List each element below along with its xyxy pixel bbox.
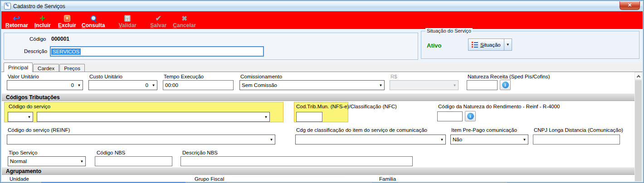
codigo-nbs-label: Código NBS (97, 150, 125, 155)
check-icon: ✔ (156, 14, 161, 23)
chevron-down-icon: ▼ (268, 138, 275, 142)
chevron-down-icon[interactable]: ▼ (504, 39, 512, 50)
status-badge: Ativo (427, 42, 442, 49)
scrollbar-thumb[interactable] (635, 80, 642, 181)
tab-principal[interactable]: Principal (4, 63, 33, 72)
unidade-label: Unidade (10, 176, 29, 182)
tipo-servico-combo[interactable]: Normal ▼ (8, 156, 86, 166)
chevron-down-icon: ▼ (451, 83, 458, 87)
chevron-down-icon: ▼ (150, 83, 157, 87)
chevron-down-icon: ▼ (263, 115, 269, 119)
situacao-button[interactable]: Situação ▼ (468, 39, 512, 51)
natureza-receita-label: Natureza Receita (Sped Pis/Cofins) (468, 74, 550, 79)
chevron-down-icon: ▼ (76, 83, 83, 87)
info-button[interactable]: i (500, 80, 511, 90)
situacao-group-title: Situação do Serviço (425, 28, 473, 34)
codigo-servico-code-combo[interactable]: ▼ (8, 112, 33, 122)
cdg-classificacao-combo[interactable]: ▼ (295, 135, 446, 144)
chevron-down-icon: ▼ (377, 83, 384, 87)
codigo-label: Código (29, 36, 46, 42)
section-codigos-tributacoes: Códigos Tributações (2, 93, 642, 101)
item-prepago-label: Item Pre-Pago comunicação (451, 127, 517, 133)
tipo-servico-label: Tipo Serviço (9, 150, 38, 155)
cnpj-longa-distancia-label: CNPJ Longa Distancia (Comunicação) (534, 127, 623, 133)
plus-icon: + (40, 14, 46, 23)
info-button[interactable]: i (465, 111, 476, 121)
item-prepago-combo[interactable]: Não ▼ (450, 135, 528, 144)
codigo-servico-reinf-combo[interactable]: ▼ (7, 135, 275, 144)
cdg-classificacao-label: Cdg de classificação do item do serviço … (296, 127, 427, 133)
descricao-label: Descrição (24, 48, 47, 54)
cnpj-longa-distancia-input[interactable] (533, 135, 620, 144)
info-icon: i (467, 113, 474, 120)
descricao-input[interactable]: SERVICOS (50, 46, 264, 57)
moeda-combo: ▼ (390, 80, 459, 90)
validar-button: Validar (115, 12, 140, 29)
cod-trib-mun-input[interactable] (296, 112, 322, 122)
incluir-button[interactable]: + Incluir (30, 12, 55, 29)
descricao-nbs-label: Descrição NBS (182, 150, 218, 155)
undo-icon: ↩ (13, 14, 20, 23)
tempo-execucao-label: Tempo Execução (164, 74, 204, 79)
main-toolbar: ↩ Retornar + Incluir ✕ Excluir Consulta … (1, 11, 643, 29)
tab-cardex[interactable]: Cardex (33, 64, 59, 72)
descricao-nbs-input[interactable] (181, 156, 413, 166)
principal-tab-page: Valor Unitário 0 ▼ Custo Unitário 0 ▼ Te… (1, 72, 643, 182)
codigo-nbs-input[interactable] (95, 156, 172, 166)
chevron-down-icon: ▼ (439, 138, 445, 142)
codigo-natureza-rendimento-label: Código da Natureza do Rendimento - Reinf… (438, 104, 560, 109)
app-icon: ✎ (4, 3, 11, 10)
retornar-button[interactable]: ↩ Retornar (3, 12, 30, 29)
valor-unitario-label: Valor Unitário (8, 74, 39, 79)
familia-label: Familia (379, 176, 396, 182)
info-icon: i (502, 82, 509, 88)
comissionamento-label: Comissionamento (240, 74, 282, 79)
codigo-natureza-rendimento-input[interactable] (437, 111, 463, 121)
chevron-down-icon: ▼ (521, 138, 528, 142)
codigo-value: 000001 (51, 36, 69, 42)
delete-box-icon: ✕ (64, 14, 70, 23)
window-title: Cadastro de Serviços (13, 3, 65, 10)
app-window: ✎ Cadastro de Serviços ✕ ↩ Retornar + In… (0, 0, 644, 183)
record-header-panel: Código 000001 Descrição SERVICOS Situaçã… (1, 29, 643, 62)
chevron-down-icon: ▼ (78, 159, 85, 164)
comissionamento-combo[interactable]: Sem Comissão ▼ (239, 80, 385, 90)
natureza-receita-input[interactable] (467, 80, 498, 90)
tab-strip: PrincipalCardexPreços (1, 62, 643, 72)
situacao-groupbox: Situação do Serviço Ativo Situação ▼ (421, 31, 639, 59)
consulta-button[interactable]: Consulta (79, 12, 107, 29)
title-bar: ✎ Cadastro de Serviços ✕ (1, 1, 643, 11)
moeda-label: R$ (390, 74, 397, 79)
vertical-scrollbar[interactable] (634, 72, 642, 182)
salvar-button: ✔ Salvar (146, 12, 171, 29)
codigo-servico-label: Código do serviço (9, 104, 50, 109)
codigo-servico-reinf-label: Código do serviço (REINF) (8, 127, 70, 133)
calculator-icon (124, 14, 131, 23)
codigo-servico-desc-combo[interactable]: ▼ (37, 112, 270, 122)
situacao-button-label: Situação (480, 42, 501, 48)
custo-unitario-label: Custo Unitário (89, 74, 122, 79)
scroll-up-button[interactable] (634, 72, 642, 80)
x-icon: ✖ (181, 14, 187, 23)
list-icon (472, 42, 478, 48)
grupo-fiscal-label: Grupo Fiscal (195, 176, 224, 182)
cod-trib-mun-label: Cod.Trib.Mun. (NFS-e)/Classificação (NFC… (296, 104, 397, 109)
excluir-button[interactable]: ✕ Excluir (55, 12, 79, 29)
section-agrupamento: Agrupamento (2, 167, 642, 175)
custo-unitario-combo[interactable]: 0 ▼ (88, 80, 157, 90)
magnifier-icon (90, 14, 97, 23)
close-icon: ✕ (628, 2, 632, 8)
record-id-box: Código 000001 Descrição SERVICOS (4, 33, 418, 60)
chevron-up-icon (637, 75, 640, 79)
tempo-execucao-input[interactable] (163, 80, 234, 90)
descricao-selected-text: SERVICOS (51, 48, 81, 55)
cancelar-button: ✖ Cancelar (171, 12, 198, 29)
chevron-down-icon: ▼ (26, 115, 33, 119)
valor-unitario-combo[interactable]: 0 ▼ (7, 80, 83, 90)
tab-precos[interactable]: Preços (59, 64, 85, 72)
close-button[interactable]: ✕ (620, 1, 640, 10)
